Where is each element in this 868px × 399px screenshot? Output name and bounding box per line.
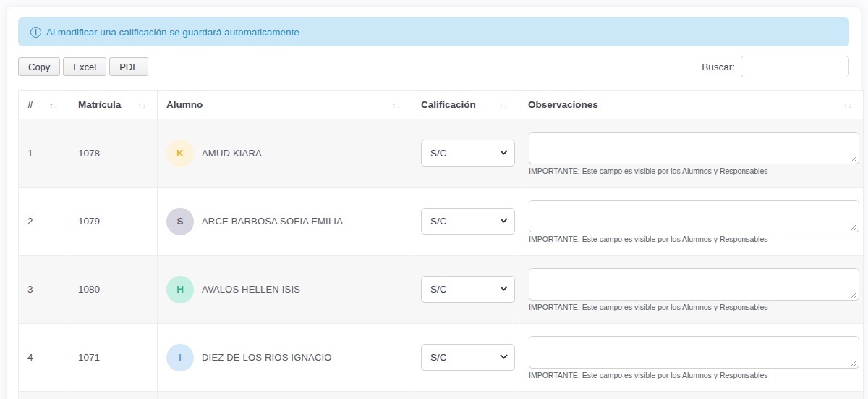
matricula-cell: 1080 — [69, 256, 158, 324]
avatar: I — [166, 344, 194, 371]
export-buttons: Copy Excel PDF — [18, 57, 148, 76]
search-box: Buscar: — [702, 56, 849, 77]
matricula-value: 1071 — [78, 352, 100, 363]
table-header-row: #↑↓Matrícula↑↓Alumno↑↓Calificación↑↓Obse… — [19, 91, 864, 119]
matricula-value: 1079 — [78, 216, 100, 227]
column-label: Matrícula — [78, 99, 121, 110]
student-cell: I DIEZ DE LOS RIOS IGNACIO — [158, 324, 412, 392]
avatar: K — [166, 140, 194, 167]
row-number-cell — [19, 392, 69, 399]
matricula-cell: 1079 — [69, 188, 158, 256]
grade-select[interactable]: S/C — [421, 140, 515, 167]
sort-arrows-icon[interactable]: ↑↓ — [137, 101, 147, 109]
column-header-0[interactable]: #↑↓ — [19, 91, 69, 119]
row-number-cell: 1 — [19, 119, 69, 188]
table-row: 2 1079 S ARCE BARBOSA SOFIA EMILIA S/C — [19, 188, 864, 256]
column-label: Calificación — [421, 99, 476, 110]
column-label: # — [27, 99, 33, 110]
observation-cell: IMPORTANTE: Este campo es visible por lo… — [519, 392, 864, 399]
student-name: ARCE BARBOSA SOFIA EMILIA — [202, 216, 343, 227]
observation-cell: IMPORTANTE: Este campo es visible por lo… — [519, 324, 864, 392]
pdf-button[interactable]: PDF — [109, 57, 148, 76]
observation-textarea[interactable] — [529, 200, 859, 232]
autosave-info-banner: i Al modificar una calificación se guard… — [18, 17, 849, 46]
observation-textarea[interactable] — [529, 268, 859, 301]
info-icon: i — [30, 27, 41, 38]
table-row: S/C IMPORTANTE: Este campo es visible po… — [19, 392, 864, 399]
column-label: Alumno — [166, 99, 203, 110]
column-header-2[interactable]: Alumno↑↓ — [158, 91, 412, 119]
observation-note: IMPORTANTE: Este campo es visible por lo… — [529, 167, 854, 175]
row-number: 2 — [27, 216, 33, 227]
observation-cell: IMPORTANTE: Este campo es visible por lo… — [519, 119, 864, 188]
table-row: 4 1071 I DIEZ DE LOS RIOS IGNACIO S/C — [19, 324, 864, 392]
observation-textarea[interactable] — [529, 336, 859, 369]
student-cell: K AMUD KIARA — [158, 119, 412, 188]
table-toolbar: Copy Excel PDF Buscar: — [18, 56, 849, 77]
column-label: Observaciones — [528, 99, 598, 110]
table-body: 1 1078 K AMUD KIARA S/C — [19, 119, 864, 399]
grade-cell: S/C — [412, 324, 519, 392]
student-cell — [158, 392, 412, 399]
avatar: H — [166, 276, 194, 303]
grade-select[interactable]: S/C — [421, 276, 515, 303]
matricula-cell: 1078 — [69, 119, 158, 188]
matricula-value: 1078 — [78, 148, 100, 159]
search-input[interactable] — [741, 56, 849, 77]
column-header-3[interactable]: Calificación↑↓ — [412, 91, 519, 119]
observation-note: IMPORTANTE: Este campo es visible por lo… — [529, 235, 854, 243]
excel-button[interactable]: Excel — [63, 57, 106, 76]
row-number-cell: 2 — [19, 188, 69, 256]
sort-arrows-icon[interactable]: ↑↓ — [843, 101, 853, 109]
sort-arrows-icon[interactable]: ↑↓ — [392, 101, 401, 109]
row-number: 4 — [27, 352, 33, 363]
grade-select[interactable]: S/C — [421, 208, 515, 235]
grade-select[interactable]: S/C — [421, 344, 515, 371]
matricula-value: 1080 — [78, 284, 100, 295]
grade-cell: S/C — [412, 119, 519, 188]
autosave-info-text: Al modificar una calificación se guardar… — [46, 27, 299, 38]
grade-cell: S/C — [412, 188, 519, 256]
row-number: 1 — [27, 148, 33, 159]
row-number: 3 — [27, 284, 33, 295]
grade-cell: S/C — [412, 256, 519, 324]
search-label: Buscar: — [702, 62, 735, 72]
column-header-1[interactable]: Matrícula↑↓ — [69, 91, 158, 119]
sort-arrows-icon[interactable]: ↑↓ — [49, 101, 59, 109]
table-row: 1 1078 K AMUD KIARA S/C — [19, 119, 864, 188]
student-cell: S ARCE BARBOSA SOFIA EMILIA — [158, 188, 412, 256]
copy-button[interactable]: Copy — [18, 57, 60, 76]
grades-table: #↑↓Matrícula↑↓Alumno↑↓Calificación↑↓Obse… — [18, 90, 864, 399]
row-number-cell: 4 — [19, 324, 69, 392]
student-name: DIEZ DE LOS RIOS IGNACIO — [202, 352, 332, 363]
table-row: 3 1080 H AVALOS HELLEN ISIS S/C — [19, 256, 864, 324]
avatar: S — [166, 208, 194, 235]
grade-cell: S/C — [412, 392, 519, 399]
grades-panel: i Al modificar una calificación se guard… — [6, 6, 861, 399]
row-number-cell: 3 — [19, 256, 69, 324]
observation-cell: IMPORTANTE: Este campo es visible por lo… — [519, 188, 864, 256]
student-cell: H AVALOS HELLEN ISIS — [158, 256, 412, 324]
student-name: AVALOS HELLEN ISIS — [202, 284, 300, 295]
sort-arrows-icon[interactable]: ↑↓ — [499, 101, 509, 109]
student-name: AMUD KIARA — [202, 148, 262, 159]
observation-note: IMPORTANTE: Este campo es visible por lo… — [529, 371, 854, 379]
observation-note: IMPORTANTE: Este campo es visible por lo… — [529, 303, 854, 311]
matricula-cell: 1071 — [69, 324, 158, 392]
matricula-cell — [69, 392, 158, 399]
observation-cell: IMPORTANTE: Este campo es visible por lo… — [519, 256, 864, 324]
column-header-4[interactable]: Observaciones↑↓ — [519, 91, 864, 119]
observation-textarea[interactable] — [529, 132, 859, 164]
